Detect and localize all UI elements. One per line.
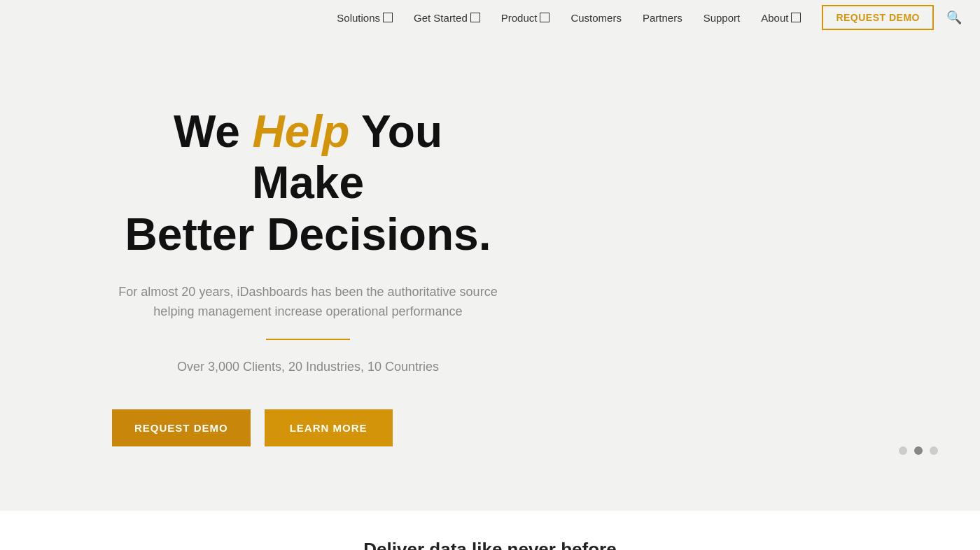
- nav-get-started[interactable]: Get Started: [405, 8, 489, 28]
- nav-about[interactable]: About: [752, 8, 809, 28]
- hero-divider: [266, 339, 350, 340]
- nav-get-started-label: Get Started: [414, 12, 468, 24]
- get-started-dropdown-icon: [470, 13, 480, 22]
- search-icon: 🔍: [946, 10, 962, 24]
- hero-title-prefix: We: [174, 106, 253, 157]
- slider-dot-3[interactable]: [930, 446, 938, 455]
- hero-buttons: REQUEST DEMO LEARN MORE: [112, 409, 504, 446]
- hero-subtitle: For almost 20 years, iDashboards has bee…: [112, 282, 504, 323]
- hero-request-demo-button[interactable]: REQUEST DEMO: [112, 409, 251, 446]
- about-dropdown-icon: [791, 13, 801, 22]
- hero-stats: Over 3,000 Clients, 20 Industries, 10 Co…: [112, 360, 504, 374]
- nav-support-label: Support: [704, 12, 741, 24]
- slider-dots: [899, 446, 938, 455]
- header: Solutions Get Started Product Customers …: [0, 0, 980, 35]
- hero-section: We Help You MakeBetter Decisions. For al…: [0, 0, 980, 511]
- nav-solutions-label: Solutions: [337, 12, 380, 24]
- nav-solutions[interactable]: Solutions: [328, 8, 401, 28]
- bottom-title: Deliver data like never before: [0, 539, 980, 550]
- nav-customers[interactable]: Customers: [562, 8, 630, 28]
- nav-support[interactable]: Support: [695, 8, 749, 28]
- nav-partners-label: Partners: [643, 12, 682, 24]
- slider-dot-1[interactable]: [899, 446, 907, 455]
- product-dropdown-icon: [540, 13, 550, 22]
- hero-title: We Help You MakeBetter Decisions.: [112, 106, 504, 261]
- nav-about-label: About: [761, 12, 788, 24]
- hero-learn-more-button[interactable]: LEARN MORE: [265, 409, 393, 446]
- nav-product[interactable]: Product: [493, 8, 559, 28]
- nav-product-label: Product: [501, 12, 538, 24]
- search-button[interactable]: 🔍: [942, 6, 966, 29]
- slider-dot-2[interactable]: [914, 446, 923, 455]
- main-nav: Solutions Get Started Product Customers …: [328, 5, 966, 30]
- bottom-section: Deliver data like never before: [0, 511, 980, 550]
- hero-title-highlight: Help: [253, 106, 350, 157]
- header-request-demo-button[interactable]: REQUEST DEMO: [822, 5, 934, 30]
- nav-customers-label: Customers: [570, 12, 622, 24]
- nav-partners[interactable]: Partners: [634, 8, 691, 28]
- solutions-dropdown-icon: [383, 13, 393, 22]
